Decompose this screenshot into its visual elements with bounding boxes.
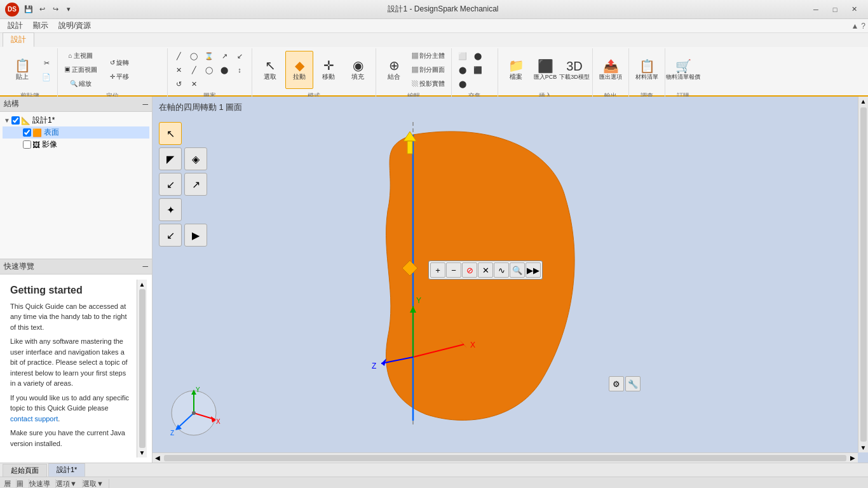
- scroll-thumb[interactable]: [139, 289, 146, 449]
- h-scroll-right[interactable]: ▶: [848, 454, 858, 461]
- fill-mode-button[interactable]: ◉ 填充: [344, 51, 372, 89]
- status-layer[interactable]: 層: [4, 479, 17, 488]
- draw9-button[interactable]: ⬤: [217, 64, 231, 76]
- h-scroll-left[interactable]: ◀: [153, 454, 163, 461]
- cut-button[interactable]: ✂: [39, 57, 53, 69]
- quicknav-collapse-button[interactable]: ─: [142, 262, 148, 271]
- ribbon-minimize-button[interactable]: ▲: [851, 22, 858, 30]
- rotate-button[interactable]: ↺ 旋轉: [104, 57, 135, 69]
- canvas-area[interactable]: 在軸的四周轉動 1 圖面 ↖ ◤ ◈ ↙ ↗ ✦ ↙ ▶: [153, 97, 868, 463]
- draw4-button[interactable]: ↗: [217, 50, 231, 62]
- draw11-button[interactable]: ↺: [172, 78, 186, 90]
- help-button[interactable]: ?: [861, 22, 865, 30]
- draw5-button[interactable]: ↙: [233, 50, 247, 62]
- ct-tool1-button[interactable]: ↙: [159, 224, 182, 247]
- shape-btn2[interactable]: 🔧: [625, 376, 641, 391]
- h-scroll-thumb[interactable]: [164, 455, 846, 461]
- ct-trim-button[interactable]: ↙: [159, 173, 182, 196]
- export-button[interactable]: 📤 匯出選項: [597, 51, 625, 89]
- mt-stop-button[interactable]: ⊘: [462, 262, 477, 278]
- ct-extend-button[interactable]: ↗: [184, 173, 207, 196]
- zoom-button[interactable]: 🔍 縮放: [62, 78, 100, 90]
- shape-btn1[interactable]: ⚙: [609, 376, 624, 391]
- order-button[interactable]: 🛒 物料清單報價: [669, 51, 697, 89]
- draw2-button[interactable]: ◯: [187, 50, 201, 62]
- download-3d-button[interactable]: 3D 下載3D模型: [560, 51, 588, 89]
- pull-mode-button[interactable]: ◆ 拉動: [285, 51, 313, 89]
- dropdown-button[interactable]: ▾: [63, 4, 74, 15]
- tree-item-design[interactable]: ▼ 📐 設計1*: [3, 114, 149, 126]
- ct-play-button[interactable]: ▶: [184, 224, 207, 247]
- quicknav-scrollbar[interactable]: ▲ ▼: [137, 280, 147, 458]
- copy-button[interactable]: 📄: [39, 71, 53, 83]
- mt-wave-button[interactable]: ∿: [494, 262, 509, 278]
- draw1-button[interactable]: ╱: [172, 50, 186, 62]
- v-scroll-thumb[interactable]: [860, 107, 867, 442]
- tab-home[interactable]: 起始頁面: [3, 464, 47, 477]
- status-diagram[interactable]: 圖: [17, 479, 29, 488]
- ct-pull1-button[interactable]: ◤: [159, 147, 182, 170]
- maximize-button[interactable]: □: [826, 3, 844, 16]
- tree-item-surface[interactable]: 🟧 表面: [3, 126, 149, 139]
- draw8-button[interactable]: ◯: [202, 64, 216, 76]
- h-scrollbar[interactable]: ◀ ▶: [153, 452, 858, 463]
- mt-cross-button[interactable]: ✕: [478, 262, 493, 278]
- status-options[interactable]: 選項▼: [56, 479, 83, 488]
- select-mode-button[interactable]: ↖ 選取: [256, 51, 284, 89]
- menu-view[interactable]: 顯示: [28, 19, 53, 32]
- tab-design[interactable]: 設計: [3, 32, 34, 47]
- v-scroll-up[interactable]: ▲: [860, 97, 867, 106]
- ct-select-button[interactable]: ↖: [159, 122, 182, 145]
- split-body-button[interactable]: ▦ 剖分主體: [409, 50, 447, 62]
- tab-design[interactable]: 設計1*: [48, 463, 85, 477]
- undo-button[interactable]: ↩: [36, 4, 48, 15]
- save-button[interactable]: 💾: [23, 4, 34, 15]
- home-view-button[interactable]: ⌂ 主視圖: [62, 50, 100, 62]
- int4-button[interactable]: ⬛: [471, 64, 485, 76]
- int3-button[interactable]: ⬤: [456, 64, 470, 76]
- import-pcb-button[interactable]: ⬛ 匯入PCB: [531, 51, 559, 89]
- split-face-button[interactable]: ▦ 剖分圖面: [409, 64, 447, 76]
- v-scrollbar[interactable]: ▲ ▼: [858, 97, 868, 452]
- tree-checkbox-design[interactable]: [11, 116, 20, 125]
- draw10-button[interactable]: ↕: [233, 64, 247, 76]
- status-select[interactable]: 選取▼: [83, 479, 109, 488]
- paste-button[interactable]: 📋 貼上: [6, 51, 38, 89]
- ct-pull2-button[interactable]: ◈: [184, 147, 207, 170]
- status-quicknav[interactable]: 快速導: [29, 479, 56, 488]
- v-scroll-down[interactable]: ▼: [860, 443, 867, 452]
- close-button[interactable]: ✕: [845, 3, 863, 16]
- tree-checkbox-surface[interactable]: [23, 128, 31, 137]
- mt-forward-button[interactable]: ▶▶: [526, 262, 541, 278]
- int1-button[interactable]: ⬜: [456, 50, 470, 62]
- draw12-button[interactable]: ✕: [187, 78, 201, 90]
- scroll-up-button[interactable]: ▲: [139, 281, 146, 288]
- tree-item-image[interactable]: 🖼 影像: [3, 139, 149, 151]
- bom-button[interactable]: 📋 材料清單: [633, 51, 661, 89]
- front-view-button[interactable]: ▣ 正面視圖: [62, 64, 100, 76]
- tree-checkbox-image[interactable]: [23, 140, 31, 149]
- draw3-button[interactable]: ⌛: [202, 50, 216, 62]
- ct-point-button[interactable]: ✦: [159, 198, 182, 221]
- mt-add-button[interactable]: +: [430, 262, 445, 278]
- tree-expand-icon[interactable]: ▼: [4, 117, 11, 124]
- mt-zoom-button[interactable]: 🔍: [510, 262, 525, 278]
- redo-button[interactable]: ↪: [50, 4, 61, 15]
- structure-content[interactable]: ▼ 📐 設計1* 🟧 表面 🖼 影像: [0, 112, 152, 259]
- menu-help[interactable]: 說明/資源: [53, 19, 96, 32]
- draw6-button[interactable]: ✕: [172, 64, 186, 76]
- pan-button[interactable]: ✛ 平移: [104, 71, 135, 83]
- combine-button[interactable]: ⊕ 結合: [380, 51, 408, 89]
- file-button[interactable]: 📁 檔案: [502, 51, 530, 89]
- move-mode-button[interactable]: ✛ 移動: [315, 51, 342, 89]
- minimize-button[interactable]: ─: [807, 3, 825, 16]
- menu-design[interactable]: 設計: [3, 19, 28, 32]
- project-button[interactable]: ▧ 投影實體: [409, 78, 447, 90]
- int2-button[interactable]: ⬤: [471, 50, 485, 62]
- structure-collapse-button[interactable]: ─: [142, 100, 148, 109]
- int5-button[interactable]: ⬤: [456, 78, 470, 90]
- draw7-button[interactable]: ╱: [187, 64, 201, 76]
- contact-support-link[interactable]: contact support: [10, 415, 58, 423]
- scroll-down-button[interactable]: ▼: [139, 449, 146, 456]
- mt-minus-button[interactable]: −: [446, 262, 461, 278]
